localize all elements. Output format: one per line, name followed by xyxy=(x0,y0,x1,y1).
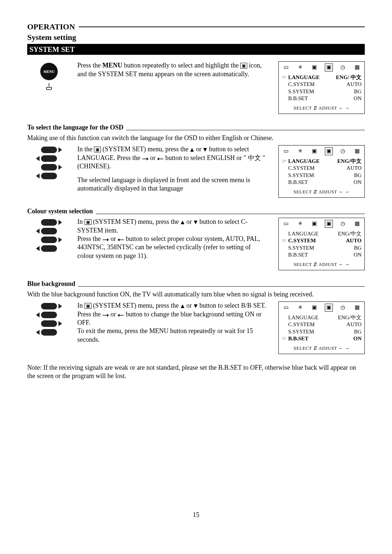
lang-lead: Making use of this function can switch t… xyxy=(27,134,365,142)
intro-text: Press the MENU button repeatedly to sele… xyxy=(77,61,268,78)
osd-row: C.SYSTEMAUTO xyxy=(282,81,362,88)
right-arrow-icon xyxy=(102,238,109,242)
osd-row: C.SYSTEMAUTO xyxy=(282,165,362,172)
left-arrow-icon xyxy=(118,238,124,242)
osd-row: S.SYSTEMBG xyxy=(282,172,362,179)
system-set-icon: ▣ xyxy=(240,63,247,69)
remote-buttons-illustration xyxy=(27,301,71,336)
csys-block: In ▣ (SYSTEM SET) menu, press the or but… xyxy=(27,218,365,270)
header-row: OPERATION xyxy=(27,22,365,32)
up-triangle-icon xyxy=(180,304,185,308)
subhead-csystem: Colour system selection xyxy=(27,207,365,216)
lang-block: In the ▣ (SYSTEM SET) menu, press the or… xyxy=(27,145,365,197)
right-arrow-icon xyxy=(142,157,148,161)
svg-marker-13 xyxy=(194,304,197,308)
osd-row: C.SYSTEMAUTO xyxy=(282,321,362,328)
remote-buttons-illustration xyxy=(27,145,71,179)
system-set-icon: ▣ xyxy=(94,147,101,152)
osd-row: S.SYSTEMBG xyxy=(282,88,362,95)
page-subtitle: System setting xyxy=(27,32,365,43)
svg-marker-11 xyxy=(118,238,119,241)
osd-preview-csystem: ▭✳▣▣◷▦ LANGUAGEENG/中文C.SYSTEMAUTOS.SYSTE… xyxy=(278,218,365,270)
down-triangle-icon xyxy=(193,304,198,308)
osd-row: LANGUAGEENG/中文 xyxy=(282,158,362,165)
page-number: 15 xyxy=(27,511,365,519)
hand-press-icon xyxy=(45,82,53,90)
up-triangle-icon xyxy=(190,148,194,152)
remote-down-icon xyxy=(41,155,57,162)
osd-row: B.B.SETON xyxy=(282,179,362,186)
system-set-icon: ▣ xyxy=(85,219,91,225)
osd-preview-main: ▭✳▣▣◷▦ LANGUAGEENG/ 中文C.SYSTEMAUTOS.SYST… xyxy=(278,61,365,114)
osd-row: B.B.SETON xyxy=(282,95,362,102)
section-bar: SYSTEM SET xyxy=(27,44,365,55)
up-triangle-icon xyxy=(180,220,185,225)
osd-preview-bb: ▭✳▣▣◷▦ LANGUAGEENG/中文C.SYSTEMAUTOS.SYSTE… xyxy=(278,301,365,354)
bb-block: In ▣ (SYSTEM SET) menu, press the or but… xyxy=(27,301,365,354)
menu-button-illustration: MENU xyxy=(27,61,71,90)
remote-up-icon xyxy=(41,147,57,153)
svg-marker-7 xyxy=(194,221,197,224)
remote-right-icon xyxy=(41,164,57,171)
svg-marker-12 xyxy=(181,304,184,308)
osd-row: C.SYSTEMAUTO xyxy=(282,237,362,245)
page-title: OPERATION xyxy=(27,22,75,32)
lang-text: In the ▣ (SYSTEM SET) menu, press the or… xyxy=(77,145,268,193)
csys-text: In ▣ (SYSTEM SET) menu, press the or but… xyxy=(77,218,268,260)
osd-preview-language: ▭✳▣▣◷▦ LANGUAGEENG/中文C.SYSTEMAUTOS.SYSTE… xyxy=(278,145,365,197)
osd-row: B.B.SETON xyxy=(282,251,362,259)
svg-marker-0 xyxy=(190,148,194,152)
subhead-language: To select the language for the OSD xyxy=(27,123,365,132)
svg-marker-17 xyxy=(118,314,119,317)
osd-row: B.B.SETON xyxy=(282,335,362,342)
intro-block: MENU Press the MENU button repeatedly to… xyxy=(27,61,365,114)
header-rule xyxy=(79,26,365,27)
svg-marker-1 xyxy=(203,148,207,152)
osd-footer: SELECT ⇵ ADJUST ← → xyxy=(282,105,362,111)
svg-marker-6 xyxy=(181,221,184,224)
remote-buttons-illustration xyxy=(27,218,71,252)
svg-marker-5 xyxy=(157,157,159,160)
osd-row: S.SYSTEMBG xyxy=(282,245,362,252)
system-set-icon: ▣ xyxy=(85,303,91,309)
right-arrow-icon xyxy=(102,313,109,317)
down-triangle-icon xyxy=(193,220,198,225)
osd-row: LANGUAGEENG/中文 xyxy=(282,314,362,321)
osd-row: S.SYSTEMBG xyxy=(282,328,362,336)
menu-circle-icon: MENU xyxy=(40,63,58,80)
osd-row: LANGUAGEENG/中文 xyxy=(282,230,362,238)
down-triangle-icon xyxy=(203,148,207,152)
osd-tab-icons: ▭✳▣▣◷▦ xyxy=(282,64,362,71)
bb-lead: With the blue background function ON, th… xyxy=(27,290,365,299)
left-arrow-icon xyxy=(118,313,124,317)
remote-left-icon xyxy=(41,173,57,179)
osd-row: LANGUAGEENG/ 中文 xyxy=(282,74,362,81)
subhead-bb: Blue background xyxy=(27,280,365,288)
bb-text: In ▣ (SYSTEM SET) menu, press the or but… xyxy=(77,301,268,344)
note-text: Note: If the receiving signals are weak … xyxy=(27,364,365,381)
left-arrow-icon xyxy=(157,157,164,161)
